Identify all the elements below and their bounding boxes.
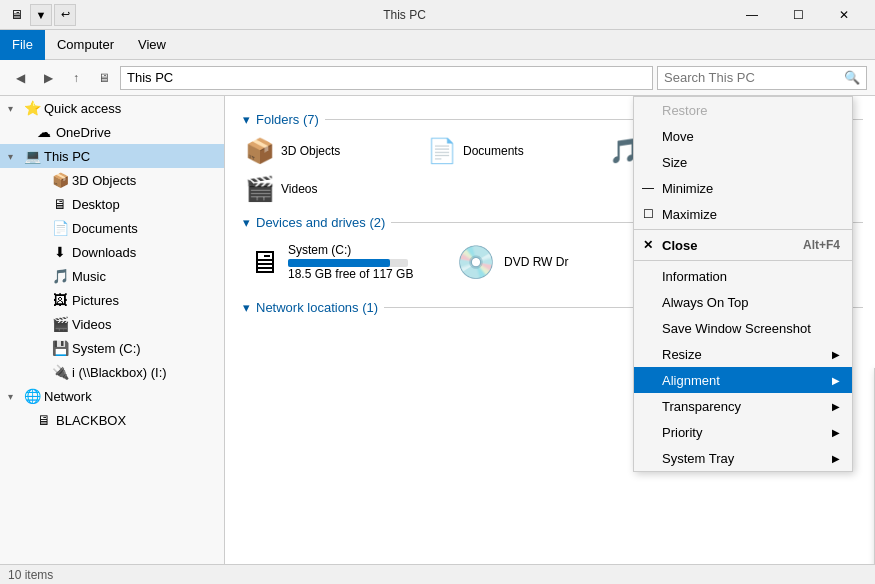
chevron-icon: ▾ <box>8 391 20 402</box>
chevron-icon: ▾ <box>8 103 20 114</box>
sidebar-item-documents[interactable]: 📄 Documents <box>0 216 224 240</box>
forward-button[interactable]: ▶ <box>36 66 60 90</box>
back-button[interactable]: ◀ <box>8 66 32 90</box>
cm-label: Close <box>662 238 697 253</box>
search-input[interactable] <box>664 70 840 85</box>
arrow-icon: ▶ <box>832 375 840 386</box>
computer-icon: 💻 <box>24 148 40 164</box>
sidebar-label: Desktop <box>72 197 120 212</box>
cm-item-always-on-top[interactable]: Always On Top <box>634 289 852 315</box>
cm-label: Move <box>662 129 694 144</box>
cm-label: System Tray <box>662 451 734 466</box>
sidebar-label: Pictures <box>72 293 119 308</box>
cm-label: Alignment <box>662 373 720 388</box>
cm-item-alignment[interactable]: Alignment ▶ <box>634 367 852 393</box>
cm-item-size[interactable]: Size <box>634 149 852 175</box>
arrow-icon: ▶ <box>832 453 840 464</box>
minimize-icon: — <box>640 180 656 196</box>
sidebar-item-3d-objects[interactable]: 📦 3D Objects <box>0 168 224 192</box>
cm-item-maximize[interactable]: ☐ Maximize <box>634 201 852 227</box>
cm-item-restore[interactable]: Restore <box>634 97 852 123</box>
status-bar: 10 items <box>0 564 875 584</box>
arrow-icon: ▶ <box>832 349 840 360</box>
sidebar-label: Quick access <box>44 101 121 116</box>
cm-item-priority[interactable]: Priority ▶ <box>634 419 852 445</box>
cm-label: Restore <box>662 103 708 118</box>
sidebar-label: BLACKBOX <box>56 413 126 428</box>
download-icon: ⬇ <box>52 244 68 260</box>
content-area: ▾ Folders (7) 📦 3D Objects 📄 Documents 🎵… <box>225 96 875 564</box>
path-icon: 🖥 <box>92 66 116 90</box>
status-text: 10 items <box>8 568 53 582</box>
cm-item-move[interactable]: Move <box>634 123 852 149</box>
minimize-button[interactable]: — <box>729 0 775 30</box>
sidebar-label: Music <box>72 269 106 284</box>
sidebar-item-blackbox[interactable]: 🖥 BLACKBOX <box>0 408 224 432</box>
network-drive-icon: 🔌 <box>52 364 68 380</box>
address-bar: ◀ ▶ ↑ 🖥 This PC 🔍 <box>0 60 875 96</box>
videos-icon: 🎬 <box>52 316 68 332</box>
title-bar-icons: 🖥 ▼ ↩ <box>8 4 76 26</box>
cm-item-system-tray[interactable]: System Tray ▶ <box>634 445 852 471</box>
context-menu-overlay: Restore Move Size — Minimize ☐ Maximize <box>225 96 875 564</box>
sidebar-label: i (\\Blackbox) (I:) <box>72 365 167 380</box>
sidebar-item-quick-access[interactable]: ▾ ⭐ Quick access <box>0 96 224 120</box>
search-box[interactable]: 🔍 <box>657 66 867 90</box>
arrow-icon: ▶ <box>832 427 840 438</box>
chevron-icon: ▾ <box>8 151 20 162</box>
sidebar-label: Network <box>44 389 92 404</box>
pictures-icon: 🖼 <box>52 292 68 308</box>
close-button[interactable]: ✕ <box>821 0 867 30</box>
maximize-icon: ☐ <box>640 206 656 222</box>
server-icon: 🖥 <box>36 412 52 428</box>
arrow-icon: ▶ <box>832 401 840 412</box>
cm-item-close[interactable]: ✕ Close Alt+F4 <box>634 232 852 258</box>
sidebar-label: Documents <box>72 221 138 236</box>
sidebar-label: 3D Objects <box>72 173 136 188</box>
address-input[interactable]: This PC <box>120 66 653 90</box>
sidebar-label: Videos <box>72 317 112 332</box>
sidebar-item-network[interactable]: ▾ 🌐 Network <box>0 384 224 408</box>
box-icon: 📦 <box>52 172 68 188</box>
cm-label: Always On Top <box>662 295 748 310</box>
quick-access-btn[interactable]: ▼ <box>30 4 52 26</box>
undo-btn[interactable]: ↩ <box>54 4 76 26</box>
tab-view[interactable]: View <box>126 30 178 60</box>
cm-item-save-screenshot[interactable]: Save Window Screenshot <box>634 315 852 341</box>
sidebar-item-pictures[interactable]: 🖼 Pictures <box>0 288 224 312</box>
tab-file[interactable]: File <box>0 30 45 60</box>
sidebar-item-system-c[interactable]: 💾 System (C:) <box>0 336 224 360</box>
sidebar-item-blackbox-i[interactable]: 🔌 i (\\Blackbox) (I:) <box>0 360 224 384</box>
sidebar-item-this-pc[interactable]: ▾ 💻 This PC <box>0 144 224 168</box>
cm-separator <box>634 229 852 230</box>
sidebar-item-desktop[interactable]: 🖥 Desktop <box>0 192 224 216</box>
cm-item-information[interactable]: Information <box>634 263 852 289</box>
cm-label: Resize <box>662 347 702 362</box>
cm-label: Minimize <box>662 181 713 196</box>
cm-item-minimize[interactable]: — Minimize <box>634 175 852 201</box>
music-icon: 🎵 <box>52 268 68 284</box>
sidebar-item-onedrive[interactable]: ☁ OneDrive <box>0 120 224 144</box>
cm-item-resize[interactable]: Resize ▶ <box>634 341 852 367</box>
cm-label: Information <box>662 269 727 284</box>
tab-computer[interactable]: Computer <box>45 30 126 60</box>
cm-label: Save Window Screenshot <box>662 321 811 336</box>
restore-icon <box>640 102 656 118</box>
sidebar: ▾ ⭐ Quick access ☁ OneDrive ▾ 💻 This PC … <box>0 96 225 564</box>
sidebar-label: This PC <box>44 149 90 164</box>
drive-icon: 💾 <box>52 340 68 356</box>
up-button[interactable]: ↑ <box>64 66 88 90</box>
star-icon: ⭐ <box>24 100 40 116</box>
window-controls: — ☐ ✕ <box>729 0 867 30</box>
network-icon: 🌐 <box>24 388 40 404</box>
close-icon: ✕ <box>640 237 656 253</box>
maximize-button[interactable]: ☐ <box>775 0 821 30</box>
sidebar-item-downloads[interactable]: ⬇ Downloads <box>0 240 224 264</box>
app-icon: 🖥 <box>8 7 24 23</box>
cm-label: Transparency <box>662 399 741 414</box>
cm-label: Size <box>662 155 687 170</box>
sidebar-item-music[interactable]: 🎵 Music <box>0 264 224 288</box>
cm-item-transparency[interactable]: Transparency ▶ <box>634 393 852 419</box>
main-area: ▾ ⭐ Quick access ☁ OneDrive ▾ 💻 This PC … <box>0 96 875 564</box>
sidebar-item-videos[interactable]: 🎬 Videos <box>0 312 224 336</box>
